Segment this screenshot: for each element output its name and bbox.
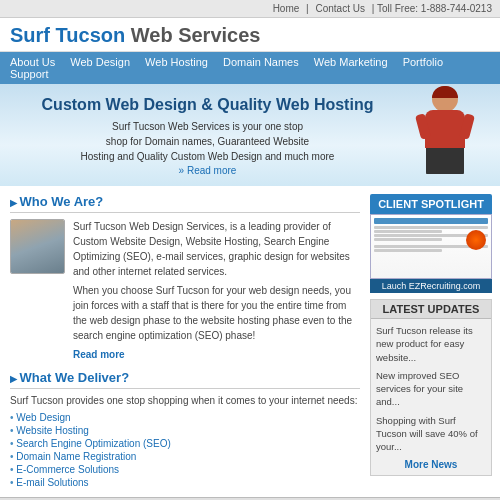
- list-item[interactable]: E-Commerce Solutions: [10, 463, 360, 476]
- list-item[interactable]: Web Design: [10, 411, 360, 424]
- logo: Surf Tucson Web Services: [10, 24, 260, 47]
- who-content: Surf Tucson Web Design Services, is a le…: [10, 219, 360, 362]
- list-item[interactable]: E-mail Solutions: [10, 476, 360, 489]
- updates-title: LATEST UPDATES: [371, 300, 491, 319]
- spotlight-image: [370, 214, 492, 279]
- spotlight-title: CLIENT SPOTLIGHT: [370, 194, 492, 214]
- list-item[interactable]: Website Hosting: [10, 424, 360, 437]
- hero-image: [410, 84, 490, 174]
- deliver-intro: Surf Tucson provides one stop shopping w…: [10, 395, 360, 406]
- list-item[interactable]: Domain Name Registration: [10, 450, 360, 463]
- more-news-link[interactable]: More News: [376, 459, 486, 470]
- update-item: Surf Tucson release its new product for …: [376, 324, 486, 364]
- spotlight-label: Lauch EZRecruiting.com: [370, 279, 492, 293]
- topbar-home-link[interactable]: Home: [273, 3, 300, 14]
- nav-support[interactable]: Support: [10, 68, 49, 80]
- hero-banner: Custom Web Design & Quality Web Hosting …: [0, 84, 500, 186]
- right-column: CLIENT SPOTLIGHT Lauch EZRecruiting.com …: [370, 186, 500, 497]
- who-title: Who We Are?: [10, 194, 360, 213]
- logo-surf: Surf Tucson: [10, 24, 125, 46]
- top-bar: Home | Contact Us | Toll Free: 1-888-744…: [0, 0, 500, 18]
- nav-webdesign[interactable]: Web Design: [70, 56, 130, 68]
- nav-webmarketing[interactable]: Web Marketing: [314, 56, 388, 68]
- hero-title: Custom Web Design & Quality Web Hosting: [10, 96, 405, 114]
- latest-updates: LATEST UPDATES Surf Tucson release its n…: [370, 299, 492, 476]
- update-item: New improved SEO services for your site …: [376, 369, 486, 409]
- who-we-are-section: Who We Are? Surf Tucson Web Design Servi…: [10, 194, 360, 362]
- who-para1: Surf Tucson Web Design Services, is a le…: [73, 219, 360, 279]
- who-text: Surf Tucson Web Design Services, is a le…: [73, 219, 360, 362]
- hero-text: Custom Web Design & Quality Web Hosting …: [10, 96, 405, 176]
- who-para2: When you choose Surf Tucson for your web…: [73, 283, 360, 343]
- who-readmore-link[interactable]: Read more: [73, 347, 360, 362]
- logo-rest: Web Services: [125, 24, 260, 46]
- spotlight-site-preview: [371, 215, 491, 278]
- tollfree-text: Toll Free: 1-888-744-0213: [377, 3, 492, 14]
- nav-portfolio[interactable]: Portfolio: [403, 56, 443, 68]
- topbar-contact-link[interactable]: Contact Us: [315, 3, 364, 14]
- hero-readmore-link[interactable]: » Read more: [179, 165, 237, 176]
- who-image: [10, 219, 65, 274]
- updates-content: Surf Tucson release its new product for …: [371, 319, 491, 475]
- left-column: Who We Are? Surf Tucson Web Design Servi…: [0, 186, 370, 497]
- main-content: Who We Are? Surf Tucson Web Design Servi…: [0, 186, 500, 497]
- hero-body: Surf Tucson Web Services is your one sto…: [10, 119, 405, 164]
- nav-domains[interactable]: Domain Names: [223, 56, 299, 68]
- nav-webhosting[interactable]: Web Hosting: [145, 56, 208, 68]
- client-spotlight: CLIENT SPOTLIGHT Lauch EZRecruiting.com: [370, 194, 492, 293]
- deliver-title: What We Deliver?: [10, 370, 360, 389]
- what-we-deliver-section: What We Deliver? Surf Tucson provides on…: [10, 370, 360, 489]
- header: Surf Tucson Web Services: [0, 18, 500, 52]
- deliver-list: Web Design Website Hosting Search Engine…: [10, 411, 360, 489]
- list-item[interactable]: Search Engine Optimization (SEO): [10, 437, 360, 450]
- nav-about[interactable]: About Us: [10, 56, 55, 68]
- update-item: Shopping with Surf Tucson will save 40% …: [376, 414, 486, 454]
- main-nav: About Us Web Design Web Hosting Domain N…: [0, 52, 500, 84]
